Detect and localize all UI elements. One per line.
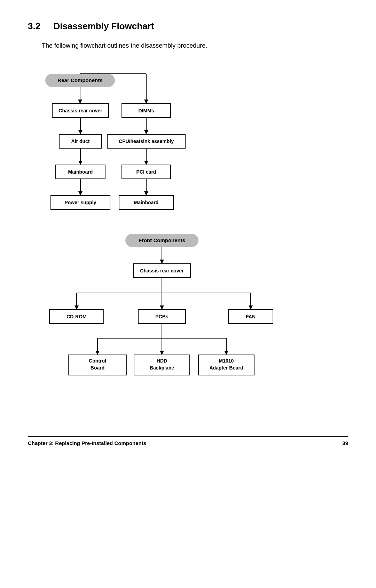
control-board-label-line2: Board [91, 365, 104, 371]
svg-marker-19 [144, 130, 148, 134]
m1010-adapter-label-line1: M1010 [219, 358, 234, 364]
mainboard-left-label: Mainboard [68, 169, 93, 175]
mainboard-right-label: Mainboard [134, 200, 159, 205]
rear-chassis-rear-cover-label: Chassis rear cover [58, 108, 102, 113]
svg-marker-22 [144, 161, 148, 165]
svg-marker-38 [249, 305, 253, 310]
cpu-heatsink-label: CPU/heatsink assembly [119, 138, 174, 144]
fan-label: FAN [246, 314, 256, 319]
svg-marker-11 [78, 191, 83, 196]
air-duct-label: Air duct [71, 138, 90, 144]
pci-card-label: PCI card [136, 169, 156, 175]
hdd-backplane-label-line1: HDD [157, 358, 167, 364]
flowchart-diagram: Rear Components Chassis rear cover Air d… [28, 63, 348, 439]
svg-marker-2 [78, 100, 82, 104]
svg-marker-5 [78, 130, 83, 134]
svg-marker-36 [160, 305, 164, 310]
m1010-adapter-label-line2: Adapter Board [209, 365, 243, 371]
intro-paragraph: The following flowchart outlines the dis… [42, 42, 348, 49]
hdd-backplane-label-line2: Backplane [150, 365, 174, 371]
dimms-label: DIMMs [138, 108, 154, 113]
section-heading: Disassembly Flowchart [53, 21, 154, 31]
pcbs-label: PCBs [155, 314, 169, 319]
footer-chapter-text: Chapter 3: Replacing Pre-Installed Compo… [28, 440, 146, 446]
rear-components-label: Rear Components [57, 77, 102, 83]
svg-marker-16 [144, 100, 148, 104]
front-components-label: Front Components [139, 237, 185, 243]
cd-rom-label: CD-ROM [66, 314, 87, 319]
section-title: 3.2 Disassembly Flowchart [28, 21, 348, 32]
control-board-label-line1: Control [89, 358, 106, 364]
svg-marker-34 [75, 305, 79, 310]
svg-marker-8 [78, 161, 83, 165]
footer-page-number: 39 [342, 440, 348, 446]
svg-marker-47 [160, 351, 164, 355]
svg-marker-49 [224, 351, 228, 355]
front-chassis-rear-cover-label: Chassis rear cover [140, 268, 184, 273]
svg-marker-25 [144, 191, 148, 196]
page: 3.2 Disassembly Flowchart The following … [0, 0, 376, 460]
power-supply-label: Power supply [64, 200, 96, 205]
svg-marker-29 [160, 260, 164, 264]
section-number: 3.2 [28, 21, 40, 31]
svg-marker-45 [95, 351, 100, 355]
page-footer: Chapter 3: Replacing Pre-Installed Compo… [28, 436, 348, 446]
